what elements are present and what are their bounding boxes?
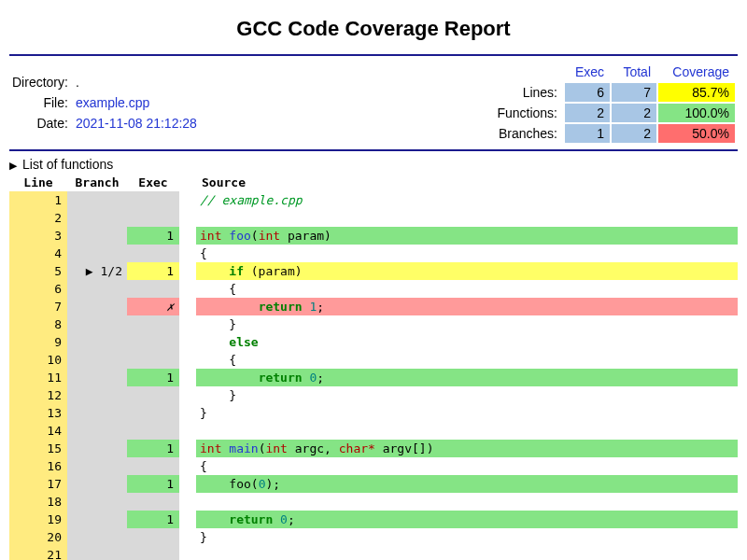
- line-number[interactable]: 4: [9, 245, 67, 262]
- directory-label: Directory:: [12, 73, 74, 91]
- line-number[interactable]: 10: [9, 351, 67, 369]
- source-cell: {: [196, 351, 738, 369]
- line-number[interactable]: 20: [9, 528, 67, 546]
- exec-cell: [127, 386, 179, 404]
- source-row: 191 return 0;: [9, 511, 738, 528]
- branch-cell: [67, 245, 127, 262]
- line-number[interactable]: 2: [9, 209, 67, 227]
- exec-cell: 1: [127, 227, 179, 245]
- exec-cell: [127, 493, 179, 511]
- summary-coverage: 100.0%: [658, 104, 735, 122]
- exec-cell: [127, 528, 179, 546]
- source-cell: foo(0);: [196, 475, 738, 493]
- line-number[interactable]: 19: [9, 511, 67, 528]
- source-row: 171 foo(0);: [9, 475, 738, 493]
- header-left: Directory: . File: example.cpp Date: 202…: [10, 71, 204, 134]
- branch-cell: [67, 422, 127, 440]
- source-cell: else: [196, 333, 738, 351]
- col-line-header: Line: [9, 174, 67, 191]
- summary-row-label: Branches:: [491, 124, 563, 143]
- branch-cell: [67, 511, 127, 528]
- col-coverage: Coverage: [658, 63, 735, 81]
- source-cell: }: [196, 386, 738, 404]
- branch-cell: [67, 351, 127, 369]
- exec-cell: [127, 315, 179, 333]
- source-cell: return 0;: [196, 511, 738, 528]
- functions-toggle[interactable]: List of functions: [9, 155, 738, 174]
- col-source-header: Source: [196, 174, 738, 191]
- line-number[interactable]: 3: [9, 227, 67, 245]
- line-number[interactable]: 18: [9, 493, 67, 511]
- source-cell: }: [196, 315, 738, 333]
- source-cell: }: [196, 528, 738, 546]
- exec-cell: [127, 209, 179, 227]
- line-number[interactable]: 21: [9, 546, 67, 560]
- branch-cell: [67, 191, 127, 209]
- branch-cell: [67, 315, 127, 333]
- line-number[interactable]: 17: [9, 475, 67, 493]
- exec-cell: ✗: [127, 298, 179, 315]
- file-link[interactable]: example.cpp: [76, 93, 203, 112]
- branch-cell: [67, 546, 127, 560]
- source-row: 1// example.cpp: [9, 191, 738, 209]
- functions-toggle-label[interactable]: List of functions: [9, 155, 738, 174]
- line-number[interactable]: 8: [9, 315, 67, 333]
- col-total: Total: [612, 63, 656, 81]
- line-number[interactable]: 15: [9, 440, 67, 457]
- source-row: 5▶ 1/21 if (param): [9, 262, 738, 280]
- branch-cell: [67, 333, 127, 351]
- col-exec-header: Exec: [127, 174, 179, 191]
- source-row: 7✗ return 1;: [9, 298, 738, 315]
- summary-total: 7: [612, 83, 656, 102]
- exec-cell: [127, 546, 179, 560]
- col-branch-header: Branch: [67, 174, 127, 191]
- exec-cell: 1: [127, 511, 179, 528]
- source-row: 20}: [9, 528, 738, 546]
- line-number[interactable]: 1: [9, 191, 67, 209]
- branch-cell: [67, 280, 127, 298]
- source-cell: {: [196, 280, 738, 298]
- source-cell: int foo(int param): [196, 227, 738, 245]
- exec-cell: [127, 351, 179, 369]
- summary-coverage: 50.0%: [658, 124, 735, 143]
- summary-exec: 2: [565, 104, 610, 122]
- source-cell: if (param): [196, 262, 738, 280]
- exec-cell: [127, 404, 179, 422]
- source-row: 4{: [9, 245, 738, 262]
- branch-cell[interactable]: ▶ 1/2: [67, 262, 127, 280]
- line-number[interactable]: 7: [9, 298, 67, 315]
- branch-cell: [67, 386, 127, 404]
- branch-cell: [67, 298, 127, 315]
- source-row: 6 {: [9, 280, 738, 298]
- branch-cell: [67, 227, 127, 245]
- branch-cell: [67, 440, 127, 457]
- exec-cell: [127, 280, 179, 298]
- summary-exec: 6: [565, 83, 610, 102]
- line-number[interactable]: 9: [9, 333, 67, 351]
- exec-cell: [127, 333, 179, 351]
- source-cell: {: [196, 245, 738, 262]
- exec-cell: [127, 245, 179, 262]
- summary-total: 2: [612, 104, 656, 122]
- line-number[interactable]: 6: [9, 280, 67, 298]
- exec-cell: [127, 422, 179, 440]
- source-cell: // example.cpp: [196, 191, 738, 209]
- line-number[interactable]: 14: [9, 422, 67, 440]
- branch-cell: [67, 457, 127, 475]
- line-number[interactable]: 13: [9, 404, 67, 422]
- line-number[interactable]: 12: [9, 386, 67, 404]
- source-row: 2: [9, 209, 738, 227]
- source-cell: [196, 546, 738, 560]
- line-number[interactable]: 5: [9, 262, 67, 280]
- source-cell: int main(int argc, char* argv[]): [196, 440, 738, 457]
- source-table: Line Branch Exec Source 1// example.cpp2…: [9, 174, 738, 560]
- file-label: File:: [12, 93, 74, 112]
- line-number[interactable]: 16: [9, 457, 67, 475]
- summary-row-label: Lines:: [491, 83, 563, 102]
- line-number[interactable]: 11: [9, 369, 67, 386]
- exec-cell: 1: [127, 475, 179, 493]
- source-cell: {: [196, 457, 738, 475]
- source-cell: }: [196, 404, 738, 422]
- source-cell: return 1;: [196, 298, 738, 315]
- source-row: 9 else: [9, 333, 738, 351]
